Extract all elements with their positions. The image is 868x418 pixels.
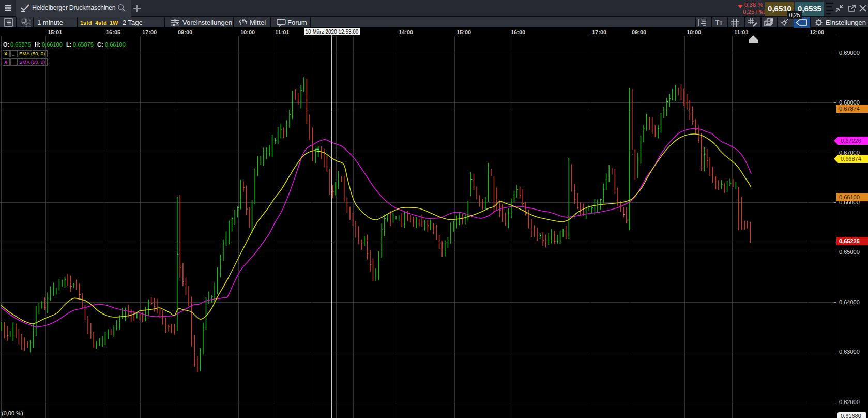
svg-text:0,61680: 0,61680 (841, 413, 861, 418)
svg-text:0,66100: 0,66100 (42, 41, 63, 48)
svg-text:0,66874: 0,66874 (841, 156, 861, 162)
svg-text:SMA (50, 0): SMA (50, 0) (19, 59, 45, 65)
svg-text:16:05: 16:05 (106, 29, 120, 35)
svg-text:15:01: 15:01 (48, 29, 62, 35)
svg-text:H:: H: (35, 41, 41, 48)
svg-text:0,64000: 0,64000 (839, 299, 860, 305)
svg-text:15:00: 15:00 (456, 29, 471, 35)
svg-text:0,65000: 0,65000 (839, 249, 860, 255)
svg-text:0,65875: 0,65875 (73, 41, 94, 48)
svg-text:0,62000: 0,62000 (839, 399, 860, 405)
svg-text:_: _ (11, 59, 15, 65)
svg-text:X: X (4, 51, 8, 56)
svg-text:09:00: 09:00 (178, 29, 192, 35)
svg-text:0,65225: 0,65225 (839, 238, 860, 244)
svg-text:EMA (50, 0): EMA (50, 0) (19, 51, 45, 56)
svg-text:16:00: 16:00 (511, 29, 525, 35)
svg-text:0,67874: 0,67874 (839, 106, 860, 112)
svg-text:17:00: 17:00 (592, 29, 606, 35)
svg-text:O:: O: (3, 41, 9, 48)
svg-text:11:01: 11:01 (275, 29, 290, 35)
svg-text:X: X (4, 59, 8, 65)
svg-text:0,65875: 0,65875 (10, 41, 31, 48)
svg-text:0,66100: 0,66100 (839, 194, 860, 200)
svg-text:11:01: 11:01 (734, 29, 749, 35)
svg-text:0,66100: 0,66100 (105, 41, 126, 48)
svg-text:10 März 2020 12:53:00: 10 März 2020 12:53:00 (306, 29, 359, 35)
svg-text:10:00: 10:00 (687, 29, 701, 35)
svg-text:14:00: 14:00 (399, 29, 413, 35)
svg-text:L:: L: (66, 41, 71, 48)
svg-text:17:00: 17:00 (142, 29, 157, 35)
svg-text:C:: C: (97, 41, 103, 48)
svg-text:0,63000: 0,63000 (839, 349, 860, 355)
svg-text:10:00: 10:00 (240, 29, 255, 35)
svg-text:(0,00 %): (0,00 %) (2, 410, 23, 416)
svg-text:12:00: 12:00 (810, 29, 824, 35)
svg-text:0,67226: 0,67226 (841, 138, 861, 144)
svg-text:_: _ (11, 51, 15, 56)
svg-text:09:00: 09:00 (632, 29, 646, 35)
svg-text:0,69000: 0,69000 (839, 50, 860, 56)
